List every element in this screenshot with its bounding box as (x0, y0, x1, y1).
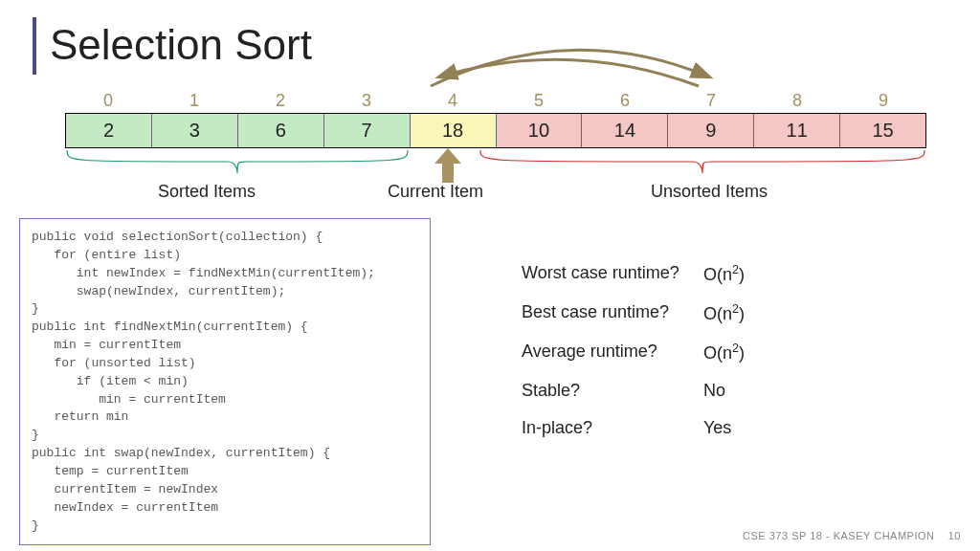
property-label: Average runtime? (522, 342, 703, 364)
footer-credit: CSE 373 SP 18 - KASEY CHAMPION 10 (743, 530, 961, 541)
sorted-label: Sorted Items (158, 182, 256, 202)
swap-arrows-icon (412, 19, 727, 96)
array-cell: 11 (754, 114, 840, 147)
array-index: 9 (840, 91, 926, 113)
code-listing: public void selectionSort(collection) { … (19, 218, 431, 545)
property-row: Best case runtime?O(n2) (522, 302, 745, 324)
property-value: No (703, 381, 725, 401)
unsorted-label: Unsorted Items (651, 182, 768, 202)
array-index: 8 (754, 91, 840, 113)
array-cell: 6 (238, 114, 324, 147)
property-label: Best case runtime? (522, 302, 703, 324)
array-index: 5 (496, 91, 582, 113)
array-index: 3 (323, 91, 410, 113)
array-index: 0 (65, 91, 151, 113)
current-label: Current Item (388, 182, 483, 202)
array-cell: 18 (411, 114, 497, 147)
array-index: 6 (582, 91, 668, 113)
property-row: Worst case runtime?O(n2) (522, 263, 745, 285)
array-index: 2 (237, 91, 323, 113)
array-index: 7 (668, 91, 754, 113)
property-label: Stable? (522, 381, 703, 401)
property-value: O(n2) (703, 263, 745, 285)
brace-unsorted-icon (479, 148, 926, 177)
property-row: Stable?No (522, 381, 745, 401)
array-cell: 10 (497, 114, 583, 147)
property-row: In-place?Yes (522, 418, 745, 438)
property-label: In-place? (522, 418, 703, 438)
current-item-arrow-icon (434, 148, 461, 183)
title-accent-bar (33, 17, 36, 75)
property-value: Yes (703, 418, 731, 438)
array-cell: 7 (324, 114, 411, 147)
complexity-table: Worst case runtime?O(n2)Best case runtim… (522, 263, 745, 455)
property-row: Average runtime?O(n2) (522, 342, 745, 364)
array-cell: 9 (668, 114, 754, 147)
array-index: 4 (410, 91, 496, 113)
array-cell: 14 (582, 114, 668, 147)
array-index: 1 (151, 91, 237, 113)
page-title: Selection Sort (50, 21, 312, 69)
property-value: O(n2) (703, 342, 745, 364)
brace-sorted-icon (65, 148, 410, 177)
property-value: O(n2) (703, 302, 745, 324)
array-cell: 15 (840, 114, 925, 147)
array-cell: 2 (66, 114, 152, 147)
array-visualization: 0123456789 236718101491115 (65, 91, 926, 148)
property-label: Worst case runtime? (522, 263, 703, 285)
array-cell: 3 (152, 114, 238, 147)
